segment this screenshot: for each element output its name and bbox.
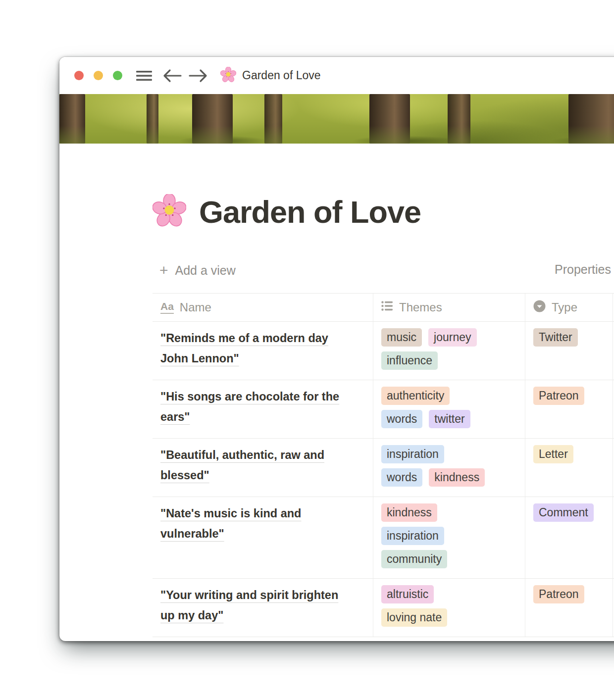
column-label: Themes bbox=[399, 300, 442, 314]
type-tag: Letter bbox=[533, 445, 573, 463]
type-cell[interactable]: Twitter bbox=[525, 322, 613, 380]
theme-tag: words bbox=[381, 468, 422, 487]
theme-tag: inspiration bbox=[381, 445, 444, 463]
name-cell[interactable]: "Beautiful, authentic, raw and blessed" bbox=[153, 439, 373, 497]
cover-image bbox=[59, 94, 614, 144]
row-title: "His songs are chocolate for the ears" bbox=[160, 390, 339, 423]
theme-tag: altruistic bbox=[381, 585, 434, 603]
column-header-name[interactable]: Aa Name bbox=[153, 294, 373, 321]
menu-icon[interactable] bbox=[136, 70, 152, 82]
type-tag: Patreon bbox=[533, 585, 584, 603]
page-title[interactable]: Garden of Love bbox=[199, 194, 421, 230]
column-label: Name bbox=[180, 300, 211, 314]
theme-tag: journey bbox=[428, 328, 476, 347]
table-footer: COUNT 6 bbox=[153, 637, 614, 641]
column-label: Type bbox=[552, 300, 577, 314]
name-cell[interactable]: "His songs are chocolate for the ears" bbox=[153, 380, 373, 438]
themes-cell[interactable]: authenticitywordstwitter bbox=[373, 380, 525, 438]
title-aa-icon: Aa bbox=[160, 301, 174, 313]
back-arrow-icon[interactable] bbox=[162, 69, 184, 83]
plus-icon: + bbox=[159, 263, 168, 278]
theme-tag: music bbox=[381, 328, 422, 347]
page-title-row: Garden of Love bbox=[153, 191, 614, 233]
forward-arrow-icon[interactable] bbox=[187, 69, 208, 83]
theme-tag: kindness bbox=[381, 503, 437, 522]
app-window: Garden of Love bbox=[59, 57, 614, 641]
table-body: "Reminds me of a modern day John Lennon"… bbox=[153, 322, 614, 637]
cherry-blossom-icon bbox=[220, 67, 236, 85]
type-tag: Twitter bbox=[533, 328, 578, 347]
table-row[interactable]: "Beautiful, authentic, raw and blessed"i… bbox=[153, 439, 614, 497]
zoom-button[interactable] bbox=[113, 71, 122, 80]
theme-tag: kindness bbox=[429, 468, 485, 487]
table-row[interactable]: "His songs are chocolate for the ears"au… bbox=[153, 380, 614, 439]
row-title: "Your writing and spirit brighten up my … bbox=[160, 589, 338, 622]
theme-tag: authenticity bbox=[381, 387, 450, 405]
column-header-type[interactable]: Type bbox=[525, 294, 613, 321]
themes-cell[interactable]: altruisticloving nate bbox=[373, 579, 525, 637]
name-cell[interactable]: "Nate's music is kind and vulnerable" bbox=[153, 497, 373, 578]
name-cell[interactable]: "Reminds me of a modern day John Lennon" bbox=[153, 322, 373, 380]
table-row[interactable]: "Nate's music is kind and vulnerable"kin… bbox=[153, 497, 614, 579]
table-row[interactable]: "Your writing and spirit brighten up my … bbox=[153, 579, 614, 637]
type-cell[interactable]: Comment bbox=[525, 497, 613, 578]
select-dropdown-icon bbox=[533, 300, 546, 315]
table-row[interactable]: "Reminds me of a modern day John Lennon"… bbox=[153, 322, 614, 380]
type-cell[interactable]: Patreon bbox=[525, 380, 613, 438]
row-title: "Beautiful, authentic, raw and blessed" bbox=[160, 449, 324, 482]
row-title: "Nate's music is kind and vulnerable" bbox=[160, 507, 301, 540]
type-cell[interactable]: Letter bbox=[525, 439, 613, 497]
themes-cell[interactable]: kindnessinspirationcommunity bbox=[373, 497, 525, 578]
type-cell[interactable]: Patreon bbox=[525, 579, 613, 637]
cherry-blossom-icon bbox=[153, 194, 186, 230]
titlebar-title: Garden of Love bbox=[242, 69, 321, 82]
row-title: "Reminds me of a modern day John Lennon" bbox=[160, 332, 328, 365]
database-table: Aa Name Themes Type "Reminds me bbox=[153, 293, 614, 641]
theme-tag: twitter bbox=[429, 410, 470, 428]
theme-tag: words bbox=[381, 410, 422, 428]
multi-select-list-icon bbox=[381, 300, 393, 314]
close-button[interactable] bbox=[74, 71, 84, 80]
themes-cell[interactable]: inspirationwordskindness bbox=[373, 439, 525, 497]
column-header-themes[interactable]: Themes bbox=[373, 294, 525, 321]
table-header: Aa Name Themes Type bbox=[153, 293, 614, 322]
window-titlebar: Garden of Love bbox=[59, 57, 614, 94]
theme-tag: inspiration bbox=[381, 527, 444, 545]
theme-tag: influence bbox=[381, 351, 438, 370]
add-view-button[interactable]: + Add a view bbox=[159, 263, 236, 278]
view-toolbar: + Add a view Properties bbox=[153, 259, 614, 281]
minimize-button[interactable] bbox=[94, 71, 103, 80]
properties-button[interactable]: Properties bbox=[555, 262, 611, 277]
window-controls bbox=[74, 71, 122, 80]
theme-tag: community bbox=[381, 550, 447, 568]
page-content: Garden of Love + Add a view Properties A… bbox=[59, 191, 614, 641]
add-view-label: Add a view bbox=[175, 263, 236, 278]
themes-cell[interactable]: musicjourneyinfluence bbox=[373, 322, 525, 380]
type-tag: Patreon bbox=[533, 387, 584, 405]
name-cell[interactable]: "Your writing and spirit brighten up my … bbox=[153, 579, 373, 637]
theme-tag: loving nate bbox=[381, 608, 447, 627]
type-tag: Comment bbox=[533, 503, 594, 522]
